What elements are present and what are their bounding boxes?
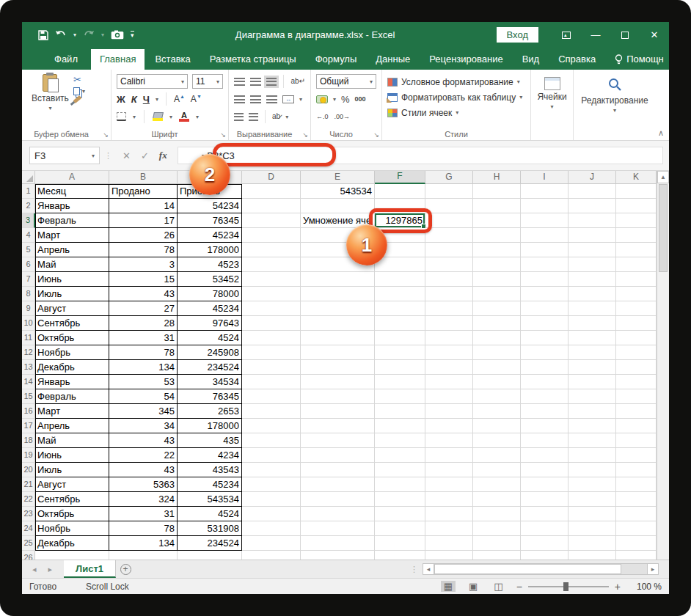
cell-C17[interactable]: 178000 <box>178 419 242 433</box>
cell-I14[interactable] <box>521 375 568 389</box>
tab-справка[interactable]: Справка <box>549 49 604 70</box>
cell-C15[interactable]: 76345 <box>178 389 242 404</box>
cell-K21[interactable] <box>616 477 657 492</box>
row-header-17[interactable]: 17 <box>22 419 35 433</box>
cell-H20[interactable] <box>473 463 521 477</box>
cell-K3[interactable] <box>616 213 657 228</box>
cell-B19[interactable]: 22 <box>109 448 178 463</box>
cell-F23[interactable] <box>375 507 425 521</box>
cell-I16[interactable] <box>521 404 568 419</box>
cell-I4[interactable] <box>521 228 568 243</box>
align-left-icon[interactable] <box>234 95 245 103</box>
cell-G13[interactable] <box>425 360 473 375</box>
next-sheet-icon[interactable]: ▸ <box>48 565 53 574</box>
cell-D13[interactable] <box>242 360 301 375</box>
scroll-right-icon[interactable]: ▸ <box>647 563 659 575</box>
cell-B14[interactable]: 53 <box>109 375 178 389</box>
cell-K14[interactable] <box>616 375 657 389</box>
cell-K10[interactable] <box>616 316 657 331</box>
cell-J18[interactable] <box>568 433 616 448</box>
cell-G21[interactable] <box>425 477 473 492</box>
cell-styles-button[interactable]: Стили ячеек▾ <box>387 105 525 120</box>
row-header-23[interactable]: 23 <box>22 507 35 521</box>
name-box-dropdown-icon[interactable]: ▾ <box>92 153 95 159</box>
cell-J5[interactable] <box>568 243 616 257</box>
cell-D20[interactable] <box>242 463 301 477</box>
cell-F12[interactable] <box>375 345 425 360</box>
cell-K9[interactable] <box>616 301 657 316</box>
row-header-21[interactable]: 21 <box>22 477 35 492</box>
cell-H19[interactable] <box>473 448 521 463</box>
cell-I9[interactable] <box>521 301 568 316</box>
cell-G8[interactable] <box>425 287 473 301</box>
cell-F15[interactable] <box>375 389 425 404</box>
cell-F25[interactable] <box>375 536 425 551</box>
cell-I21[interactable] <box>521 477 568 492</box>
cell-D6[interactable] <box>242 257 301 272</box>
cell-F17[interactable] <box>375 419 425 433</box>
align-right-icon[interactable] <box>266 95 277 103</box>
cancel-icon[interactable]: ✕ <box>123 150 131 161</box>
cell-H25[interactable] <box>473 536 521 551</box>
cell-I12[interactable] <box>521 345 568 360</box>
cell-B7[interactable]: 15 <box>109 272 178 287</box>
scroll-left-icon[interactable]: ◂ <box>423 563 434 575</box>
shrink-font-button[interactable]: А▼ <box>191 94 202 104</box>
sign-in-button[interactable]: Вход <box>497 27 538 43</box>
cell-A4[interactable]: Март <box>35 228 109 243</box>
cell-B20[interactable]: 43 <box>109 463 178 477</box>
tab-помощн[interactable]: Помощн <box>606 49 669 70</box>
cell-E22[interactable] <box>301 492 375 507</box>
cell-J22[interactable] <box>568 492 616 507</box>
cell-G10[interactable] <box>425 316 473 331</box>
cell-A9[interactable]: Август <box>35 301 109 316</box>
fill-color-icon[interactable] <box>153 112 163 121</box>
cell-C25[interactable]: 234524 <box>178 536 242 551</box>
align-bottom-icon[interactable] <box>266 78 277 86</box>
horizontal-scroll-thumb[interactable] <box>434 564 621 574</box>
cell-E9[interactable] <box>301 301 375 316</box>
page-break-view-icon[interactable]: ◫ <box>491 581 505 592</box>
cell-F19[interactable] <box>375 448 425 463</box>
cell-H18[interactable] <box>473 433 521 448</box>
comma-style-icon[interactable]: 000 <box>355 95 366 103</box>
row-header-5[interactable]: 5 <box>22 243 35 257</box>
cell-J14[interactable] <box>568 375 616 389</box>
cell-G19[interactable] <box>425 448 473 463</box>
cell-D11[interactable] <box>242 331 301 345</box>
cell-A14[interactable]: Январь <box>35 375 109 389</box>
scroll-up-icon[interactable]: ▲ <box>657 171 669 183</box>
paste-dropdown-icon[interactable]: ▾ <box>48 105 51 111</box>
cell-I25[interactable] <box>521 536 568 551</box>
row-header-10[interactable]: 10 <box>22 316 35 331</box>
cell-K4[interactable] <box>616 228 657 243</box>
cell-D21[interactable] <box>242 477 301 492</box>
col-header-E[interactable]: E <box>301 171 375 184</box>
cell-E19[interactable] <box>301 448 375 463</box>
cell-A2[interactable]: Январь <box>35 199 109 213</box>
row-header-14[interactable]: 14 <box>22 375 35 389</box>
cell-I5[interactable] <box>521 243 568 257</box>
redo-icon[interactable] <box>83 30 95 40</box>
underline-dropdown-icon[interactable]: ▾ <box>156 96 158 103</box>
cell-K15[interactable] <box>616 389 657 404</box>
underline-button[interactable]: Ч <box>143 94 150 105</box>
undo-dropdown-icon[interactable]: ▾ <box>73 32 76 38</box>
col-header-D[interactable]: D <box>242 171 301 184</box>
cell-F3[interactable]: 1297865 <box>375 213 425 228</box>
cell-I3[interactable] <box>521 213 568 228</box>
cell-B3[interactable]: 17 <box>109 213 178 228</box>
undo-icon[interactable] <box>55 30 67 40</box>
cell-A8[interactable]: Июль <box>35 287 109 301</box>
cell-K8[interactable] <box>616 287 657 301</box>
row-header-6[interactable]: 6 <box>22 257 35 272</box>
maximize-icon[interactable] <box>610 22 640 48</box>
cell-I11[interactable] <box>521 331 568 345</box>
cell-F11[interactable] <box>375 331 425 345</box>
cell-A10[interactable]: Сентябрь <box>35 316 109 331</box>
cell-H23[interactable] <box>473 507 521 521</box>
cell-D19[interactable] <box>242 448 301 463</box>
cell-E2[interactable] <box>301 199 375 213</box>
font-dialog-launcher-icon[interactable]: ↘ <box>220 131 226 139</box>
col-header-A[interactable]: A <box>35 171 109 184</box>
